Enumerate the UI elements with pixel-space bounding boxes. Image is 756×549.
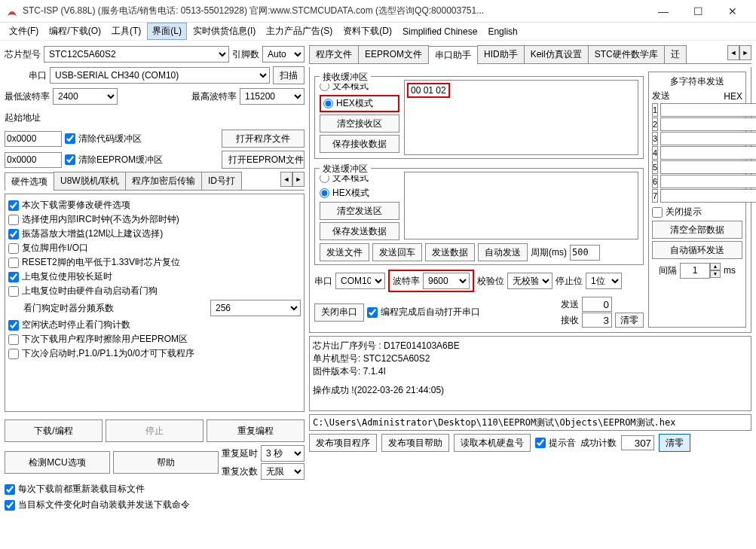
baud-select[interactable]: 9600 [423,273,470,289]
eep-addr-input[interactable] [5,152,62,168]
right-tab-0[interactable]: 程序文件 [309,45,359,63]
detect-button[interactable]: 检测MCU选项 [5,451,110,474]
menu-3[interactable]: 界面(L) [147,23,187,40]
open-code-button[interactable]: 打开程序文件 [222,130,305,148]
hw-tab-1[interactable]: U8W脱机/联机 [54,172,126,190]
close-port-button[interactable]: 关闭串口 [314,303,364,322]
right-tab-4[interactable]: Keil仿真设置 [524,45,589,63]
publish-button[interactable]: 发布项目程序 [309,434,377,452]
auto-open-check[interactable]: 编程完成后自动打开串口 [367,306,480,319]
spin-up[interactable]: ▲ [710,263,721,270]
hw-options-list[interactable]: 本次下载需要修改硬件选项选择使用内部IRC时钟(不选为外部时钟)振荡器放大增益(… [5,194,305,412]
send-cr-button[interactable]: 发送回车 [372,243,422,261]
path-box[interactable]: C:\Users\Administrator\Desktop\110\EEPRO… [309,414,751,431]
close-button[interactable]: ✕ [715,0,750,23]
rx-hex-radio[interactable]: HEX模式 [323,97,396,110]
ms-input-7[interactable] [660,189,756,203]
read-disk-button[interactable]: 读取本机硬盘号 [454,434,531,452]
code-addr-input[interactable] [5,131,62,147]
minbaud-select[interactable]: 2400 [53,88,118,105]
ms-input-2[interactable] [660,117,756,131]
rx-textarea[interactable]: 00 01 02 [404,80,638,155]
download-button[interactable]: 下载/编程 [5,419,103,442]
close-tip-check[interactable]: 关闭提示 [652,206,742,218]
menu-7[interactable]: Simplified Chinese [398,25,482,38]
hw-opt-5[interactable]: 上电复位使用较长延时 [8,270,301,283]
ms-send-6[interactable]: 6 [652,175,658,188]
hw-opt-0[interactable]: 本次下载需要修改硬件选项 [8,199,301,212]
help-button[interactable]: 帮助 [113,451,219,474]
tx-textarea[interactable] [404,172,638,239]
menu-6[interactable]: 资料下载(D) [338,23,396,39]
right-tab-2[interactable]: 串口助手 [428,46,478,64]
menu-5[interactable]: 主力产品广告(S) [262,23,337,39]
wdt-div-select[interactable]: 256 [210,300,301,316]
redo-delay-select[interactable]: 3 秒 [261,445,305,462]
ms-input-5[interactable] [660,160,756,174]
maxbaud-select[interactable]: 115200 [240,88,305,105]
spin-down[interactable]: ▼ [710,270,721,278]
stopbit-select[interactable]: 1位 [586,273,622,289]
hw-opt-6[interactable]: 上电复位时由硬件自动启动看门狗 [8,285,301,297]
menu-2[interactable]: 工具(T) [107,23,145,39]
redo-count-select[interactable]: 无限 [261,463,305,480]
port-select[interactable]: USB-SERIAL CH340 (COM10) [50,67,270,84]
ms-send-2[interactable]: 2 [652,117,658,131]
hw-opt-2[interactable]: 振荡器放大增益(12M以上建议选择) [8,227,301,240]
reload-check[interactable]: 每次下载前都重新装载目标文件 [5,483,305,496]
right-tab-3[interactable]: HID助手 [477,45,525,63]
menu-1[interactable]: 编程/下载(O) [44,23,106,39]
right-tab-1[interactable]: EEPROM文件 [358,45,429,63]
ms-input-3[interactable] [660,132,756,145]
clear-code-check[interactable]: 清除代码缓冲区 [65,133,142,145]
tab-right[interactable]: ► [292,172,305,187]
rx-save-button[interactable]: 保存接收数据 [320,135,399,153]
log-box[interactable]: 芯片出厂序列号 : D17E014103A6BE 单片机型号: STC12C5A… [309,336,751,411]
menu-4[interactable]: 实时供货信息(I) [188,23,260,39]
pincount-select[interactable]: Auto [262,46,305,63]
auto-send-button[interactable]: 自动发送 [478,243,528,261]
ms-send-1[interactable]: 1 [652,103,658,117]
ms-send-7[interactable]: 7 [652,189,658,203]
ms-send-3[interactable]: 3 [652,132,658,145]
redo-button[interactable]: 重复编程 [207,419,305,442]
menu-0[interactable]: 文件(F) [5,23,43,39]
chip-select[interactable]: STC12C5A60S2 [44,46,229,63]
count-clear-button[interactable]: 清零 [615,313,644,328]
tx-clear-button[interactable]: 清空发送区 [320,202,399,220]
autoload-check[interactable]: 当目标文件变化时自动装载并发送下载命令 [5,499,305,511]
rtab-right[interactable]: ► [739,45,751,60]
ms-send-5[interactable]: 5 [652,160,658,174]
right-tab-6[interactable]: 迁 [664,45,687,63]
menu-8[interactable]: English [483,25,522,38]
scan-button[interactable]: 扫描 [273,66,305,84]
hw-opt-4[interactable]: RESET2脚的电平低于1.33V时芯片复位 [8,256,301,269]
foot-clear-button[interactable]: 清零 [659,434,690,452]
rx-clear-button[interactable]: 清空接收区 [320,114,399,133]
minimize-button[interactable]: — [646,0,681,23]
send-data-button[interactable]: 发送数据 [425,243,475,261]
clear-all-button[interactable]: 清空全部数据 [652,221,742,239]
open-eep-button[interactable]: 打开EEPROM文件 [222,151,305,169]
hw-tab-2[interactable]: 程序加密后传输 [125,172,202,190]
beep-check[interactable]: 提示音 [535,437,576,450]
period-input[interactable] [570,245,600,261]
ms-send-4[interactable]: 4 [652,146,658,160]
hw-opt-8[interactable]: 空闲状态时停止看门狗计数 [8,319,301,331]
auto-loop-button[interactable]: 自动循环发送 [652,241,742,259]
parity-select[interactable]: 无校验 [507,273,552,289]
hw-tab-0[interactable]: 硬件选项 [5,172,54,191]
serial-port-select[interactable]: COM10 [335,273,385,289]
hw-opt-9[interactable]: 下次下载用户程序时擦除用户EEPROM区 [8,333,301,346]
send-file-button[interactable]: 发送文件 [320,243,369,261]
publish-help-button[interactable]: 发布项目帮助 [381,434,449,452]
tx-save-button[interactable]: 保存发送数据 [320,222,399,240]
clear-eep-check[interactable]: 清除EEPROM缓冲区 [65,154,163,166]
ms-input-1[interactable] [660,103,756,117]
hw-tab-3[interactable]: ID号打 [201,172,242,190]
rtab-left[interactable]: ◄ [727,45,739,60]
maximize-button[interactable]: ☐ [681,0,715,23]
right-tab-5[interactable]: STC硬件数学库 [588,45,665,63]
hw-opt-10[interactable]: 下次冷启动时,P1.0/P1.1为0/0才可下载程序 [8,347,301,360]
tx-hex-radio[interactable]: HEX模式 [320,187,399,200]
